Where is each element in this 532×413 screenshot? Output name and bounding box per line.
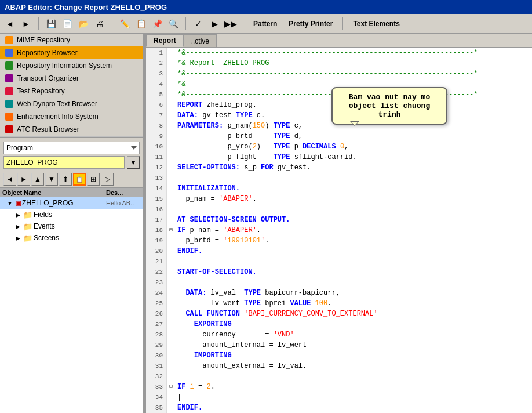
line-number-29: 29	[146, 340, 167, 350]
save-button[interactable]: 💾	[45, 17, 57, 30]
pretty-printer-button[interactable]: Pretty Printer	[285, 18, 337, 30]
code-line-18: 18⊟IF p_nam = 'ABAPER'.	[146, 225, 532, 236]
sidebar-item-web-dynpro[interactable]: Web Dynpro Text Browser	[0, 97, 143, 110]
sidebar-item-repository-browser[interactable]: Repository Browser	[0, 46, 143, 59]
line-number-11: 11	[146, 152, 167, 162]
tree-item-fields[interactable]: ▶ 📁 Fields	[0, 209, 143, 220]
tree-toggle-zhello[interactable]: ▼	[6, 199, 14, 207]
tree-desc-zhello: Hello AB..	[106, 200, 141, 206]
nav-obj-list-btn[interactable]: 📋	[73, 173, 86, 186]
tree-item-screens[interactable]: ▶ 📁 Screens	[0, 232, 143, 244]
code-text-31: amount_external = lv_val.	[175, 361, 532, 371]
tree-toggle-fields[interactable]: ▶	[14, 211, 22, 219]
sidebar-item-repository-info[interactable]: Repository Information System	[0, 59, 143, 72]
right-panel: Report ..ctive Bam vao nut nay mo object…	[146, 34, 532, 413]
code-line-34: 34|	[146, 392, 532, 403]
code-area[interactable]: Bam vao nut nay mo object list chuong tr…	[146, 48, 532, 413]
nav-back-btn[interactable]: ◄	[3, 173, 16, 186]
line-number-14: 14	[146, 183, 167, 194]
back-button[interactable]: ◄	[3, 17, 16, 30]
code-text-9: p_brtd TYPE d,	[175, 131, 532, 142]
nav-expand-btn[interactable]: ⊞	[87, 173, 100, 186]
line-number-27: 27	[146, 319, 167, 329]
line-number-32: 32	[146, 371, 167, 382]
activate-button[interactable]: ▶	[208, 17, 221, 30]
sidebar-item-transport-organizer[interactable]: Transport Organizer	[0, 72, 143, 85]
code-line-33: 33⊟IF 1 = 2.	[146, 382, 532, 392]
nav-up2-btn[interactable]: ⬆	[59, 173, 72, 186]
code-text-26: CALL FUNCTION 'BAPI_CURRENCY_CONV_TO_EXT…	[175, 309, 532, 319]
text-elements-button[interactable]: Text Elements	[349, 18, 403, 30]
object-desc-header: Des...	[106, 189, 141, 196]
run-button[interactable]: ▶▶	[224, 17, 237, 30]
object-tree-header: Object Name Des...	[0, 187, 143, 197]
fold-col-33[interactable]: ⊟	[167, 382, 175, 392]
tree-item-events[interactable]: ▶ 📁 Events	[0, 220, 143, 232]
line-number-13: 13	[146, 173, 167, 183]
tree-toggle-screens[interactable]: ▶	[14, 234, 22, 242]
code-line-17: 17AT SELECTION-SCREEN OUTPUT.	[146, 215, 532, 225]
line-number-21: 21	[146, 256, 167, 267]
nav-label-info: Repository Information System	[17, 61, 112, 70]
line-number-10: 10	[146, 142, 167, 152]
test-icon	[5, 86, 14, 96]
code-line-1: 1*&-------------------------------------…	[146, 48, 532, 58]
mime-icon	[5, 35, 14, 45]
line-number-17: 17	[146, 215, 167, 225]
code-line-32: 32	[146, 371, 532, 382]
line-number-25: 25	[146, 298, 167, 309]
code-line-13: 13	[146, 173, 532, 183]
object-name-header: Object Name	[2, 189, 106, 196]
nav-collapse-btn[interactable]: ▷	[101, 173, 114, 186]
tree-item-zhello-prog[interactable]: ▼ ▣ ZHELLO_PROG Hello AB..	[0, 197, 143, 209]
code-text-20: ENDIF.	[175, 246, 532, 256]
open-button[interactable]: 📂	[77, 17, 90, 30]
browser-icon	[5, 48, 14, 57]
sidebar-item-atc-result[interactable]: ATC Result Browser	[0, 123, 143, 136]
code-line-3: 3*&-------------------------------------…	[146, 68, 532, 79]
line-number-7: 7	[146, 110, 167, 121]
title-bar: ABAP Editor: Change Report ZHELLO_PROG	[0, 0, 532, 14]
sidebar-item-enhancement-info[interactable]: Enhancement Info System	[0, 110, 143, 123]
tab-report[interactable]: Report	[146, 34, 184, 47]
tree-label-events: Events	[34, 222, 141, 230]
tab-bar: Report ..ctive	[146, 34, 532, 48]
line-number-2: 2	[146, 58, 167, 68]
copy-button[interactable]: 📋	[134, 17, 147, 30]
tree-toggle-events[interactable]: ▶	[14, 222, 22, 230]
new-button[interactable]: 📄	[61, 17, 74, 30]
line-number-5: 5	[146, 89, 167, 100]
program-type-dropdown[interactable]: Program Function Group Class	[3, 142, 140, 154]
code-text-28: currency = 'VND'	[175, 329, 532, 340]
check-button[interactable]: ✓	[192, 17, 205, 30]
nav-filter-btn[interactable]: ▼	[45, 173, 58, 186]
forward-button[interactable]: ►	[20, 17, 32, 30]
fold-col-18[interactable]: ⊟	[167, 225, 175, 236]
sidebar-item-mime-repository[interactable]: MIME Repository	[0, 34, 143, 46]
nav-forward-btn[interactable]: ►	[17, 173, 30, 186]
line-number-4: 4	[146, 79, 167, 89]
tab-active[interactable]: ..ctive	[184, 34, 217, 47]
folder-icon-events: 📁	[23, 222, 32, 231]
line-number-6: 6	[146, 100, 167, 110]
program-search-button[interactable]: ▼	[127, 156, 140, 169]
pattern-button[interactable]: Pattern	[249, 18, 281, 30]
code-text-25: lv_wert TYPE bprei VALUE 100.	[175, 298, 532, 309]
atc-icon	[5, 125, 14, 134]
sidebar-item-test-repository[interactable]: Test Repository	[0, 85, 143, 97]
nav-buttons: ◄ ► ▲ ▼ ⬆ 📋 ⊞ ▷	[0, 171, 143, 187]
print-button[interactable]: 🖨	[93, 17, 106, 30]
code-line-2: 2*& Report ZHELLO_PROG	[146, 58, 532, 68]
line-number-9: 9	[146, 131, 167, 142]
line-number-19: 19	[146, 236, 167, 246]
code-text-24: DATA: lv_val TYPE bapicurr-bapicurr,	[175, 288, 532, 298]
code-line-29: 29 amount_internal = lv_wert	[146, 340, 532, 350]
code-line-22: 22START-OF-SELECTION.	[146, 267, 532, 277]
find-button[interactable]: 🔍	[167, 17, 180, 30]
program-name-input[interactable]	[3, 156, 125, 169]
nav-label-webdynpro: Web Dynpro Text Browser	[17, 100, 97, 108]
tree-label-fields: Fields	[34, 211, 141, 219]
nav-up-btn[interactable]: ▲	[31, 173, 44, 186]
edit-button[interactable]: ✏️	[118, 17, 131, 30]
paste-button[interactable]: 📌	[151, 17, 163, 30]
